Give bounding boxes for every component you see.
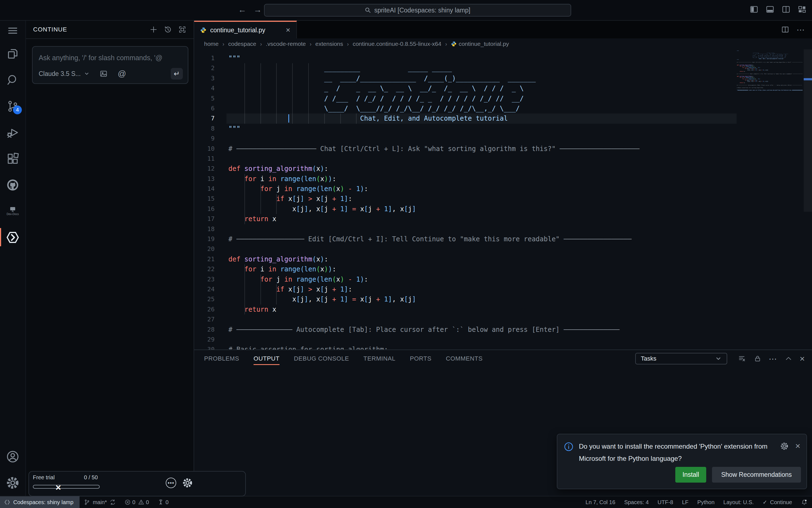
toggle-sidebar-icon[interactable] bbox=[749, 5, 759, 14]
tab-close-icon[interactable]: × bbox=[286, 26, 290, 35]
more-options-icon[interactable]: ••• bbox=[166, 478, 176, 488]
branch-indicator[interactable]: main* bbox=[80, 496, 120, 508]
code-line-10[interactable]: # ──────────────────── Chat [Ctrl/Ctrl +… bbox=[229, 144, 639, 154]
accounts-button[interactable] bbox=[0, 443, 26, 470]
code-line-4[interactable]: _ / _ __ \_ __ \ __/_ /_ __ \ / / / _ \ bbox=[229, 83, 639, 93]
panel-tab-ports[interactable]: PORTS bbox=[410, 350, 432, 367]
show-recommendations-button[interactable]: Show Recommendations bbox=[712, 467, 801, 482]
sidebar-item-dev-docs[interactable]: Dev-Docs bbox=[0, 198, 26, 224]
code-line-1[interactable]: """ bbox=[229, 53, 639, 63]
continue-settings-gear-icon[interactable] bbox=[182, 478, 193, 488]
code-line-14[interactable]: for j in range(len(x) - 1): bbox=[229, 184, 639, 194]
chat-input-card[interactable]: Ask anything, '/' for slash commands, '@… bbox=[32, 46, 188, 84]
notifications-bell[interactable] bbox=[797, 496, 812, 508]
at-mention-icon[interactable]: @ bbox=[118, 69, 126, 78]
remote-indicator[interactable]: Codespaces: shiny lamp bbox=[0, 496, 80, 508]
minimap[interactable]: """ _________ _____ _____ __ ____/______… bbox=[737, 50, 803, 91]
nav-back-icon[interactable]: ← bbox=[238, 5, 246, 14]
close-panel-icon[interactable]: × bbox=[800, 354, 805, 364]
code-line-20[interactable] bbox=[229, 244, 639, 254]
editor-scrollbar[interactable] bbox=[804, 49, 812, 212]
sidebar-item-extensions[interactable] bbox=[0, 145, 26, 172]
breadcrumb-item[interactable]: continue_tutorial.py bbox=[451, 41, 509, 47]
code-line-13[interactable]: for i in range(len(x)): bbox=[229, 174, 639, 184]
fullscreen-icon[interactable] bbox=[178, 26, 187, 34]
notification-settings-gear-icon[interactable] bbox=[780, 442, 788, 450]
breadcrumb-item[interactable]: .vscode-remote bbox=[266, 41, 306, 47]
toggle-secondary-sidebar-icon[interactable] bbox=[782, 5, 790, 14]
send-button[interactable]: ↵ bbox=[171, 68, 183, 80]
breadcrumb[interactable]: home›codespace›.vscode-remote›extensions… bbox=[194, 38, 812, 49]
layout-setting[interactable]: Layout: U.S. bbox=[719, 496, 758, 508]
code-line-22[interactable]: for i in range(len(x)): bbox=[229, 264, 639, 274]
sidebar-item-github[interactable] bbox=[0, 172, 26, 198]
eol-setting[interactable]: LF bbox=[678, 496, 693, 508]
panel-tab-output[interactable]: OUTPUT bbox=[253, 350, 280, 367]
install-button[interactable]: Install bbox=[675, 467, 706, 482]
code-line-2[interactable]: _________ _____ _____ bbox=[229, 63, 639, 73]
command-center[interactable]: spriteAI [Codespaces: shiny lamp] bbox=[264, 4, 571, 16]
code-line-26[interactable]: return x bbox=[229, 304, 639, 314]
panel-tab-terminal[interactable]: TERMINAL bbox=[363, 350, 396, 367]
code-content[interactable]: """ _________ _____ _____ __ ____/______… bbox=[229, 53, 639, 349]
settings-button[interactable] bbox=[0, 470, 26, 496]
notification-close-icon[interactable]: × bbox=[795, 441, 800, 451]
editor-more-actions-icon[interactable]: ⋯ bbox=[797, 25, 805, 35]
code-line-11[interactable] bbox=[229, 154, 639, 164]
sidebar-item-source-control[interactable]: 4 bbox=[0, 93, 26, 119]
sidebar-item-run-debug[interactable] bbox=[0, 119, 26, 145]
panel-tab-comments[interactable]: COMMENTS bbox=[446, 350, 483, 367]
maximize-panel-icon[interactable] bbox=[785, 355, 793, 363]
sidebar-item-continue[interactable] bbox=[0, 224, 26, 250]
sidebar-item-explorer[interactable] bbox=[0, 41, 26, 67]
language-mode[interactable]: Python bbox=[693, 496, 719, 508]
split-editor-icon[interactable] bbox=[781, 26, 789, 34]
nav-forward-icon[interactable]: → bbox=[253, 5, 262, 14]
code-line-27[interactable] bbox=[229, 314, 639, 325]
panel-more-actions-icon[interactable]: ⋯ bbox=[769, 354, 777, 364]
cursor-position[interactable]: Ln 7, Col 16 bbox=[581, 496, 620, 508]
model-selector[interactable]: Claude 3.5 S... bbox=[39, 70, 89, 78]
sync-icon[interactable] bbox=[110, 499, 116, 505]
lock-icon[interactable] bbox=[754, 355, 762, 363]
code-line-25[interactable]: x[j], x[j + 1] = x[j + 1], x[j] bbox=[229, 294, 639, 304]
tab-continue-tutorial[interactable]: continue_tutorial.py × bbox=[194, 21, 297, 38]
toggle-panel-icon[interactable] bbox=[766, 5, 774, 14]
output-channel-select[interactable]: Tasks bbox=[635, 353, 727, 365]
ports-indicator[interactable]: 0 bbox=[153, 496, 173, 508]
history-icon[interactable] bbox=[164, 26, 172, 34]
code-line-16[interactable]: x[j], x[j + 1] = x[j + 1], x[j] bbox=[229, 204, 639, 214]
breadcrumb-item[interactable]: extensions bbox=[315, 41, 343, 47]
panel-tab-debug-console[interactable]: DEBUG CONSOLE bbox=[294, 350, 349, 367]
code-line-17[interactable]: return x bbox=[229, 214, 639, 224]
code-line-15[interactable]: if x[j] > x[j + 1]: bbox=[229, 194, 639, 204]
breadcrumb-item[interactable]: codespace bbox=[228, 41, 256, 47]
code-line-30[interactable]: # Basic assertion for sorting algorithm: bbox=[229, 345, 639, 349]
customize-layout-icon[interactable] bbox=[798, 5, 807, 14]
breadcrumb-item[interactable]: continue.continue-0.8.55-linux-x64 bbox=[353, 41, 441, 47]
code-line-28[interactable]: # ────────────── Autocomplete [Tab]: Pla… bbox=[229, 325, 639, 335]
menu-button[interactable] bbox=[0, 21, 26, 41]
code-line-7[interactable]: Chat, Edit, and Autocomplete tutorial bbox=[229, 114, 639, 123]
code-line-24[interactable]: if x[j] > x[j + 1]: bbox=[229, 284, 639, 294]
code-line-8[interactable]: """ bbox=[229, 124, 639, 134]
sidebar-item-search[interactable] bbox=[0, 67, 26, 93]
code-line-18[interactable] bbox=[229, 224, 639, 234]
code-line-19[interactable]: # ───────────────── Edit [Cmd/Ctrl + I]:… bbox=[229, 234, 639, 244]
indentation-setting[interactable]: Spaces: 4 bbox=[620, 496, 653, 508]
continue-status[interactable]: ✓ Continue bbox=[758, 496, 797, 508]
clear-output-icon[interactable] bbox=[738, 354, 746, 363]
encoding-setting[interactable]: UTF-8 bbox=[653, 496, 678, 508]
new-session-icon[interactable] bbox=[150, 26, 158, 34]
panel-tab-problems[interactable]: PROBLEMS bbox=[204, 350, 239, 367]
code-line-12[interactable]: def sorting_algorithm(x): bbox=[229, 164, 639, 174]
code-line-3[interactable]: __ ____/______________ /____(_)_________… bbox=[229, 74, 639, 83]
image-icon[interactable] bbox=[99, 70, 108, 78]
chat-input-placeholder[interactable]: Ask anything, '/' for slash commands, '@ bbox=[39, 54, 182, 62]
breadcrumb-item[interactable]: home bbox=[204, 41, 219, 47]
code-line-21[interactable]: def sorting_algorithm(x): bbox=[229, 254, 639, 264]
code-line-23[interactable]: for j in range(len(x) - 1): bbox=[229, 274, 639, 284]
code-line-5[interactable]: / /___ / /_/ / / / / /_ _ / / / / / /_/ … bbox=[229, 94, 639, 103]
code-line-29[interactable] bbox=[229, 335, 639, 345]
problems-indicator[interactable]: 0 0 bbox=[120, 496, 153, 508]
